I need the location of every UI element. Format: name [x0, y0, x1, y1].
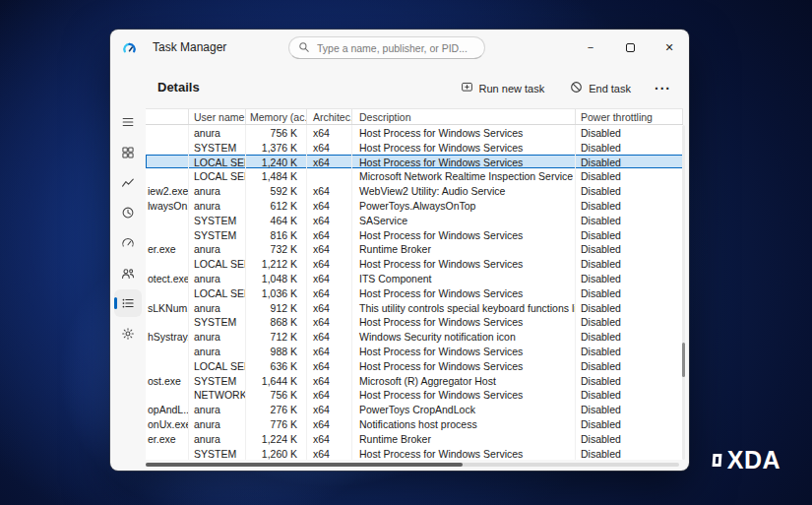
search-box[interactable]	[288, 36, 485, 59]
cell-power: Disabled	[576, 402, 683, 416]
table-row[interactable]: anura756 Kx64Host Process for Windows Se…	[146, 125, 683, 140]
column-header-desc[interactable]: Description	[352, 109, 576, 124]
search-input[interactable]	[317, 42, 475, 54]
column-header-user[interactable]: User name	[189, 109, 246, 124]
table-body: anura756 Kx64Host Process for Windows Se…	[146, 125, 683, 460]
cell-memory: 712 K	[246, 329, 307, 344]
cell-arch: x64	[307, 256, 352, 271]
cell-desc: Host Process for Windows Services	[352, 358, 576, 373]
cell-arch: x64	[307, 227, 352, 242]
cell-memory: 1,048 K	[246, 271, 307, 285]
cell-user: anura	[189, 183, 246, 198]
table-row[interactable]: iew2.exeanura592 Kx64WebView2 Utility: A…	[146, 183, 683, 198]
table-row[interactable]: LOCAL SER...1,212 Kx64Host Process for W…	[146, 256, 683, 271]
window-controls: − ✕	[571, 30, 689, 65]
table-row[interactable]: NETWORK ...756 Kx64Host Process for Wind…	[146, 387, 683, 402]
cell-desc: Host Process for Windows Services	[352, 256, 576, 271]
cell-memory: 1,036 K	[246, 285, 307, 300]
table-row[interactable]: LOCAL SER...1,240 Kx64Host Process for W…	[146, 155, 683, 169]
cell-desc: Microsoft (R) Aggregator Host	[352, 373, 576, 388]
run-new-task-label: Run new task	[479, 83, 545, 95]
end-task-button[interactable]: End task	[560, 75, 641, 101]
cell-arch: x64	[307, 271, 352, 285]
table-row[interactable]: otect.exeanura1,048 Kx64ITS ComponentDis…	[146, 271, 683, 285]
cell-name	[146, 168, 189, 183]
cell-memory: 1,240 K	[246, 155, 307, 169]
page-title: Details	[157, 80, 200, 95]
cell-power: Disabled	[576, 300, 683, 315]
table-row[interactable]: SYSTEM816 Kx64Host Process for Windows S…	[146, 227, 683, 242]
table-header: User nameMemory (ac...Architec...Descrip…	[146, 108, 683, 125]
cell-desc: Runtime Broker	[352, 431, 576, 446]
cell-name: er.exe	[146, 241, 189, 256]
minimize-button[interactable]: −	[571, 30, 610, 65]
services-icon	[121, 327, 135, 341]
sidebar-item-users[interactable]	[114, 260, 142, 287]
cell-user: anura	[189, 241, 246, 256]
sidebar-item-processes[interactable]	[114, 139, 142, 166]
table-row[interactable]: sLKNum...anura912 Kx64This utility contr…	[146, 300, 683, 315]
cell-desc: ITS Component	[352, 271, 576, 285]
table-row[interactable]: er.exeanura1,224 Kx64Runtime BrokerDisab…	[146, 431, 683, 446]
cell-desc: Host Process for Windows Services	[352, 344, 576, 358]
desktop-wallpaper: Task Manager − ✕	[0, 0, 812, 505]
cell-power: Disabled	[576, 446, 683, 461]
cell-name: er.exe	[146, 431, 189, 446]
table-row[interactable]: opAndL...anura276 Kx64PowerToys CropAndL…	[146, 402, 683, 416]
table-row[interactable]: hSystray...anura712 Kx64Windows Security…	[146, 329, 683, 344]
table-row[interactable]: SYSTEM868 Kx64Host Process for Windows S…	[146, 314, 683, 329]
table-row[interactable]: ost.exeSYSTEM1,644 Kx64Microsoft (R) Agg…	[146, 373, 683, 388]
table-row[interactable]: anura988 Kx64Host Process for Windows Se…	[146, 344, 683, 358]
cell-arch: x64	[307, 213, 352, 227]
cell-desc: Host Process for Windows Services	[352, 125, 576, 140]
cell-memory: 732 K	[246, 241, 307, 256]
cell-user: SYSTEM	[189, 373, 246, 388]
sidebar-item-performance[interactable]	[114, 169, 142, 197]
cell-desc: Notifications host process	[352, 416, 576, 431]
more-options-button[interactable]: ···	[647, 77, 679, 100]
horizontal-scrollbar-thumb[interactable]	[146, 463, 463, 467]
table-row[interactable]: onUx.exeanura776 Kx64Notifications host …	[146, 416, 683, 431]
column-header-memory[interactable]: Memory (ac...	[246, 109, 307, 124]
cell-user: SYSTEM	[189, 446, 246, 461]
vertical-scrollbar-thumb[interactable]	[682, 343, 685, 377]
cell-desc: Runtime Broker	[352, 241, 576, 256]
sidebar-item-startup-apps[interactable]	[114, 229, 142, 257]
cell-arch: x64	[307, 314, 352, 329]
run-new-task-button[interactable]: Run new task	[451, 75, 555, 101]
vertical-scrollbar-track[interactable]	[682, 125, 685, 460]
titlebar: Task Manager − ✕	[110, 30, 689, 65]
column-header-power[interactable]: Power throttling	[576, 109, 683, 124]
cell-name	[146, 344, 189, 358]
table-row[interactable]: lwaysOn...anura612 Kx64PowerToys.AlwaysO…	[146, 198, 683, 213]
table-row[interactable]: SYSTEM1,260 Kx64Host Process for Windows…	[146, 446, 683, 461]
column-header-arch[interactable]: Architec...	[307, 109, 352, 124]
cell-power: Disabled	[576, 155, 683, 169]
cell-user: LOCAL SER...	[189, 358, 246, 373]
cell-power: Disabled	[576, 213, 683, 227]
cell-memory: 1,376 K	[246, 140, 307, 155]
table-row[interactable]: SYSTEM464 Kx64SAServiceDisabled	[146, 213, 683, 227]
cell-memory: 1,644 K	[246, 373, 307, 388]
sidebar-item-details[interactable]	[114, 289, 142, 317]
table-row[interactable]: er.exeanura732 Kx64Runtime BrokerDisable…	[146, 241, 683, 256]
table-row[interactable]: LOCAL SER...1,036 Kx64Host Process for W…	[146, 285, 683, 300]
cell-arch: x64	[307, 416, 352, 431]
cell-name	[146, 285, 189, 300]
hamburger-menu-button[interactable]	[114, 108, 142, 136]
cell-desc: Microsoft Network Realtime Inspection Se…	[352, 168, 576, 183]
more-options-icon: ···	[655, 81, 671, 96]
table-row[interactable]: SYSTEM1,376 Kx64Host Process for Windows…	[146, 140, 683, 155]
cell-arch: x64	[307, 155, 352, 169]
cell-power: Disabled	[576, 271, 683, 285]
close-button[interactable]: ✕	[650, 30, 689, 65]
column-header-name[interactable]	[146, 109, 189, 124]
sidebar-item-app-history[interactable]	[114, 199, 142, 226]
cell-power: Disabled	[576, 256, 683, 271]
cell-desc: WebView2 Utility: Audio Service	[352, 183, 576, 198]
sidebar-item-services[interactable]	[114, 320, 142, 347]
table-row[interactable]: LOCAL SER...636 Kx64Host Process for Win…	[146, 358, 683, 373]
cell-user: LOCAL SER...	[189, 285, 246, 300]
maximize-button[interactable]	[610, 30, 650, 65]
table-row[interactable]: LOCAL SER...1,484 KMicrosoft Network Rea…	[146, 168, 683, 183]
